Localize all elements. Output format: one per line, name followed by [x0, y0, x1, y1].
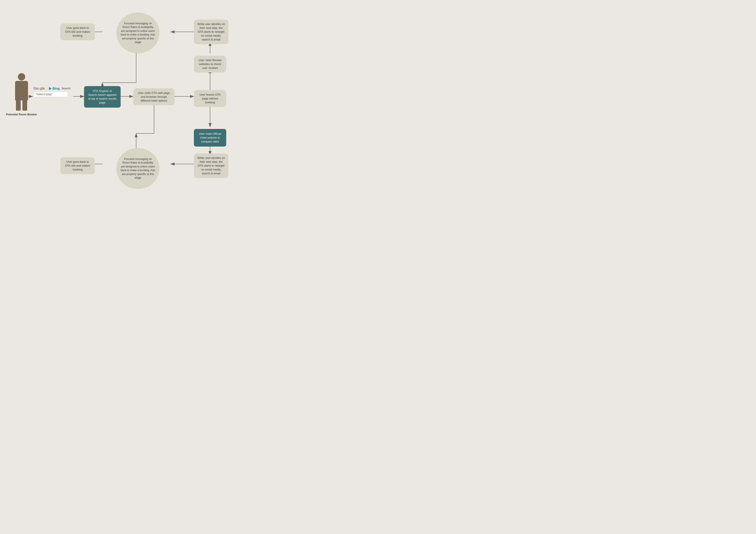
person-body — [15, 81, 28, 100]
search-box: "Hotel in [city]" — [33, 91, 68, 97]
ota-advert-text: OTA Organic or Search Advert appears at … — [88, 89, 117, 104]
user-leaves-ota-box: User leaves OTA page without booking — [194, 90, 226, 107]
focused-top-oval: Focused messaging on Room Rates & Availa… — [116, 13, 159, 53]
ota-advert-box: OTA Organic or Search Advert appears at … — [84, 86, 121, 108]
search-logos: Google | Bing Search: — [33, 86, 71, 90]
focused-bottom-node: Focused messaging on Room Rates & Availa… — [116, 148, 159, 189]
retarget-top-text: While user decides on their next step, t… — [197, 22, 225, 41]
user-leaves-ota-text: User leaves OTA page without booking — [200, 93, 221, 104]
user-visits-ota-text: User visits OTA web page and browses thr… — [138, 91, 170, 102]
back-ota-top-node: User goes back to OTA site and makes boo… — [60, 21, 95, 43]
retarget-top-box: While user decides on their next step, t… — [194, 20, 229, 44]
official-hotel-node: User visits Official Hotel website to co… — [194, 127, 226, 148]
review-websites-text: User visits Review websites to check use… — [199, 59, 222, 69]
ota-advert-node: OTA Organic or Search Advert appears at … — [84, 86, 121, 108]
search-label-text: Search: — [61, 87, 71, 90]
diagram-container: Potential Room Booker Google | Bing Sear… — [0, 0, 302, 214]
focused-top-text: Focused messaging on Room Rates & Availa… — [120, 22, 155, 44]
focused-bottom-oval: Focused messaging on Room Rates & Availa… — [116, 148, 159, 189]
back-ota-top-text: User goes back to OTA site and makes boo… — [65, 26, 90, 37]
bing-logo: Bing — [48, 87, 60, 90]
back-ota-bottom-node: User goes back to OTA site and makes boo… — [60, 155, 95, 176]
logo-divider: | — [46, 86, 47, 90]
review-websites-box: User visits Review websites to check use… — [194, 56, 226, 73]
user-leaves-ota-node: User leaves OTA page without booking — [194, 90, 226, 107]
back-ota-bottom-box: User goes back to OTA site and makes boo… — [60, 157, 95, 174]
back-ota-bottom-text: User goes back to OTA site and makes boo… — [65, 160, 90, 171]
person-label: Potential Room Booker — [6, 113, 37, 116]
user-visits-ota-box: User visits OTA web page and browses thr… — [133, 89, 175, 106]
person-figure: Potential Room Booker — [6, 73, 37, 116]
user-visits-ota-node: User visits OTA web page and browses thr… — [133, 86, 175, 108]
focused-bottom-text: Focused messaging on Room Rates & Availa… — [120, 157, 155, 180]
person-head — [18, 73, 25, 81]
google-logo: Google — [33, 87, 44, 90]
back-ota-top-box: User goes back to OTA site and makes boo… — [60, 23, 95, 40]
retarget-top-node: While user decides on their next step, t… — [194, 21, 229, 43]
retarget-bottom-node: While user decides on their next step, t… — [194, 155, 229, 176]
official-hotel-text: User visits Official Hotel website to co… — [199, 132, 221, 143]
svg-marker-19 — [49, 87, 51, 90]
review-websites-node: User visits Review websites to check use… — [194, 53, 226, 75]
retarget-bottom-text: While user decides on their next step, t… — [197, 156, 225, 175]
official-hotel-box: User visits Official Hotel website to co… — [194, 129, 226, 147]
person-leg-left — [16, 100, 21, 111]
person-leg-right — [22, 100, 27, 111]
focused-top-node: Focused messaging on Room Rates & Availa… — [116, 13, 159, 53]
search-area: Google | Bing Search: "Hotel in [city]" — [33, 86, 71, 97]
retarget-bottom-box: While user decides on their next step, t… — [194, 153, 229, 178]
